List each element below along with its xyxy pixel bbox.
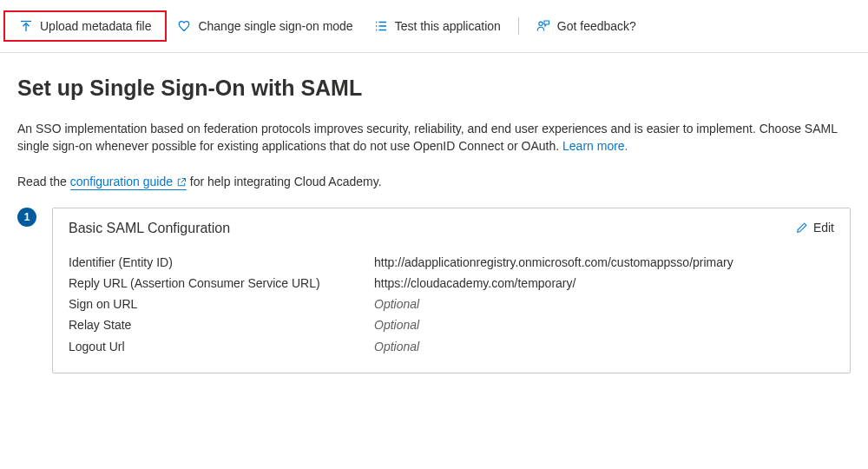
config-value: Optional [374,294,834,314]
table-row: Logout UrlOptional [69,336,834,357]
heart-outline-icon [177,19,191,33]
learn-more-link[interactable]: Learn more. [562,139,628,153]
desc-text: An SSO implementation based on federatio… [17,122,837,153]
config-value: Optional [374,336,834,357]
person-feedback-icon [536,19,550,33]
change-sso-mode-button[interactable]: Change single sign-on mode [167,14,363,38]
config-key: Sign on URL [69,294,374,314]
list-icon [374,19,388,33]
card-header: Basic SAML Configuration Edit [69,221,834,236]
config-value: https://cloudacademy.com/temporary/ [374,273,834,294]
step-number-badge: 1 [17,208,36,227]
config-key: Relay State [69,314,374,335]
test-application-button[interactable]: Test this application [364,14,511,38]
saml-config-table: Identifier (Entity ID)http://adapplicati… [69,252,834,357]
upload-label: Upload metadata file [40,19,151,33]
edit-label: Edit [813,221,834,234]
svg-line-9 [181,178,186,182]
basic-saml-card: Basic SAML Configuration Edit Identifier… [52,208,851,373]
configuration-guide-link[interactable]: configuration guide [70,175,187,190]
page-title: Set up Single Sign-On with SAML [17,76,851,101]
change-mode-label: Change single sign-on mode [198,19,352,33]
feedback-button[interactable]: Got feedback? [526,14,647,38]
table-row: Relay StateOptional [69,314,834,335]
guide-line: Read the configuration guide for help in… [17,175,851,188]
guide-suffix: for help integrating Cloud Academy. [187,175,382,188]
config-value: http://adapplicationregistry.onmicrosoft… [374,252,834,273]
pencil-icon [796,221,808,234]
test-label: Test this application [395,19,501,33]
config-key: Reply URL (Assertion Consumer Service UR… [69,273,374,294]
toolbar: Upload metadata file Change single sign-… [0,0,868,53]
svg-point-8 [539,22,542,25]
card-title: Basic SAML Configuration [69,221,230,236]
table-row: Sign on URLOptional [69,294,834,314]
page-description: An SSO implementation based on federatio… [17,120,851,155]
edit-button[interactable]: Edit [796,221,834,234]
feedback-label: Got feedback? [557,19,636,33]
table-row: Reply URL (Assertion Consumer Service UR… [69,273,834,294]
upload-highlight: Upload metadata file [3,10,167,42]
content-area: Set up Single Sign-On with SAML An SSO i… [0,53,868,391]
table-row: Identifier (Entity ID)http://adapplicati… [69,252,834,273]
step-1: 1 Basic SAML Configuration Edit Identifi… [17,208,851,373]
upload-icon [19,19,33,33]
guide-prefix: Read the [17,175,70,188]
config-key: Identifier (Entity ID) [69,252,374,273]
config-value: Optional [374,314,834,335]
external-link-icon [176,177,187,188]
config-key: Logout Url [69,336,374,357]
upload-metadata-button[interactable]: Upload metadata file [9,14,161,38]
toolbar-divider [518,17,519,35]
